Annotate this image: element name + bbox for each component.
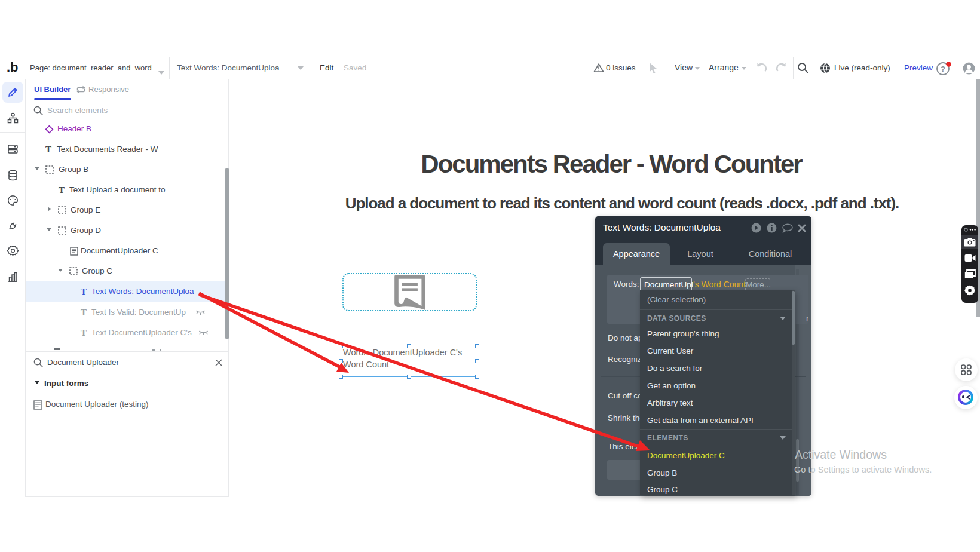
svg-text:?: ? (941, 65, 945, 73)
